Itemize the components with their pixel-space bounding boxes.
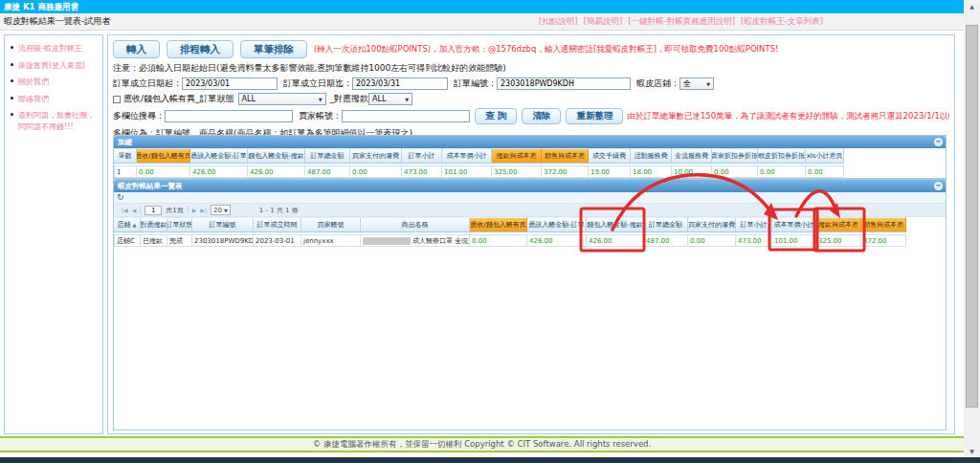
pager-separator [188, 206, 189, 214]
collapse-icon[interactable]: − [934, 182, 943, 190]
multi-search-input[interactable] [165, 110, 293, 122]
pager-range: 1 - 1 共 1 條 [259, 206, 299, 215]
order-status-select[interactable]: ALL▼ [238, 93, 326, 105]
tab-single-exclude[interactable]: 單筆排除 [240, 40, 307, 58]
cell: 0.00 [350, 165, 402, 178]
diff-checkbox[interactable] [113, 96, 121, 103]
result-grid: 蝦皮對帳結果一覽表 − ↻ |◀ ◀ 共1頁 ▶ ▶| 20▼ 1 - 1 共 … [113, 179, 947, 430]
column-header-15[interactable]: 銷售與成本差 [861, 217, 906, 232]
scroll-down-icon[interactable]: ▼ [964, 448, 980, 454]
cell: 0.00 [470, 234, 527, 247]
column-header-12[interactable]: 訂單小計 [736, 217, 772, 232]
pager-separator [140, 206, 141, 214]
prev-page-button[interactable]: ◀ [132, 207, 137, 213]
clear-button[interactable]: 清除 [522, 108, 561, 124]
scroll-up-icon[interactable]: ▲ [964, 3, 980, 10]
next-page-button[interactable]: ▶ [192, 207, 197, 213]
column-header-9: 銷售與成本差 [542, 148, 589, 164]
column-header-15: xls小計差異 [806, 148, 844, 164]
column-header-2[interactable]: 訂單狀態 [167, 217, 192, 232]
sidebar-item-label: 遇到問題，臉書社團，問問題不用錢!!! [18, 111, 95, 131]
order-no-input[interactable] [497, 77, 631, 90]
bullet-icon [11, 79, 13, 82]
sidebar-item-home[interactable]: 康捷首頁(登入畫面) [9, 60, 100, 72]
cell: 487.00 [305, 165, 350, 178]
bullet-icon [11, 63, 13, 66]
page-input[interactable] [145, 206, 162, 215]
shop-select[interactable]: 全▼ [679, 77, 714, 90]
cell: 372.00 [542, 165, 589, 178]
refresh-button[interactable]: 重新整理 [566, 108, 623, 124]
tab-import[interactable]: 轉入 [113, 40, 160, 58]
sidebar-item-contact[interactable]: 聯絡我們 [9, 94, 100, 105]
cell: 2023-03-01 [254, 234, 301, 247]
collapse-icon[interactable]: − [934, 138, 943, 146]
column-header-6[interactable]: 商品名稱 [361, 217, 470, 232]
column-header-14[interactable]: 撥款與成本差 [816, 217, 861, 232]
page-scrollbar[interactable]: ▲ ▼ [964, 0, 980, 463]
column-header-0[interactable]: 店鋪▲ [114, 217, 141, 232]
last-page-button[interactable]: ▶| [200, 207, 207, 213]
result-grid-caption: 蝦皮對帳結果一覽表 − [114, 180, 946, 192]
sidebar: 流程圖-蝦皮對帳王 康捷首頁(登入畫面) 關於我們 聯絡我們 遇到問題，臉書社團… [4, 34, 103, 434]
cell: 店鋪C [114, 234, 141, 247]
chevron-down-icon: ▼ [405, 97, 409, 102]
header-link-article-list[interactable]: [蝦皮對帳王-文章列表] [741, 13, 823, 30]
sidebar-item-about[interactable]: 關於我們 [9, 77, 100, 88]
cell: 2303018PWD9KDH [192, 234, 254, 247]
page-size-select[interactable]: 20▼ [211, 205, 231, 215]
page-size-value: 20 [213, 207, 222, 214]
tab-schedule-import[interactable]: 排程轉入 [167, 40, 234, 58]
cell: 101.00 [442, 165, 492, 178]
pager: |◀ ◀ 共1頁 ▶ ▶| 20▼ 1 - 1 共 1 條 [114, 204, 946, 217]
date-to-input[interactable] [352, 77, 448, 90]
column-header-2: 應該入帳金額-訂單 [190, 148, 248, 164]
column-header-13[interactable]: 成本單價小計 [772, 217, 816, 232]
column-header-5[interactable]: 買家帳號 [301, 217, 361, 232]
date-from-input[interactable] [182, 77, 278, 90]
sidebar-item-flowchart[interactable]: 流程圖-蝦皮對帳王 [9, 43, 100, 55]
footer-border [0, 451, 964, 452]
sidebar-item-label: 關於我們 [18, 77, 49, 86]
order-status-value: ALL [242, 95, 256, 103]
column-header-7: 成本單價小計 [442, 148, 492, 164]
column-header-12: 金流服務費 [672, 148, 712, 164]
column-header-10: 成交手續費 [589, 148, 631, 164]
header-link-quick-help[interactable]: [簡易說明] [584, 13, 623, 30]
column-header-7[interactable]: 應收/錢包入帳有異 [470, 217, 527, 232]
cell: 426.00 [527, 234, 587, 247]
column-header-3[interactable]: 訂單編號 [192, 217, 254, 232]
cell: 10.00 [672, 165, 712, 178]
buyer-label: 買家帳號： [299, 110, 342, 122]
cell: 487.00 [644, 234, 688, 247]
payout-label: _對應撥款 [330, 93, 369, 105]
payout-select[interactable]: ALL▼ [368, 93, 412, 105]
buyer-input[interactable] [342, 110, 470, 122]
search-button[interactable]: 查 詢 [475, 108, 517, 124]
column-header-10[interactable]: 訂單總金額 [644, 217, 688, 232]
column-header-8: 撥款與成本差 [492, 148, 542, 164]
column-header-4[interactable]: 訂單成立時間 [254, 217, 301, 232]
shop-select-value: 全 [683, 78, 691, 89]
cell: 372.00 [861, 234, 906, 247]
cell: 426.00 [190, 165, 248, 178]
refresh-icon[interactable]: ↻ [117, 193, 124, 202]
scrollbar-thumb[interactable] [966, 25, 978, 408]
column-header-11[interactable]: 買家支付的運費 [688, 217, 736, 232]
cell: 473.00 [402, 165, 442, 178]
column-header-13: 賣家折扣券折抵 [712, 148, 758, 164]
header-link-points-help[interactable]: [扣點說明] [539, 13, 578, 30]
column-header-1[interactable]: 對應撥款 [141, 217, 167, 232]
header-link-reconcile-guide[interactable]: [一鍵對帳-對帳實務應用說明] [628, 13, 735, 30]
cell: 325.00 [816, 234, 861, 247]
sidebar-item-facebook-group[interactable]: 遇到問題，臉書社團，問問題不用錢!!! [9, 110, 100, 132]
column-header-8[interactable]: 應該入帳金額-訂單 [527, 217, 587, 232]
cell: 18.00 [631, 165, 672, 178]
chevron-down-icon: ▼ [706, 81, 710, 87]
points-notice: (轉入一次須扣100點蝦POINTS)，加入官方賴：@1576dzbq，輸入通關… [314, 44, 778, 55]
table-row: 10.00426.00426.00487.000.00473.00101.003… [114, 165, 946, 178]
cell: 0.00 [688, 234, 736, 247]
column-header-9[interactable]: 錢包入帳金額-撥款 [587, 217, 644, 232]
cell: 1 [114, 165, 137, 178]
first-page-button[interactable]: |◀ [122, 207, 128, 213]
